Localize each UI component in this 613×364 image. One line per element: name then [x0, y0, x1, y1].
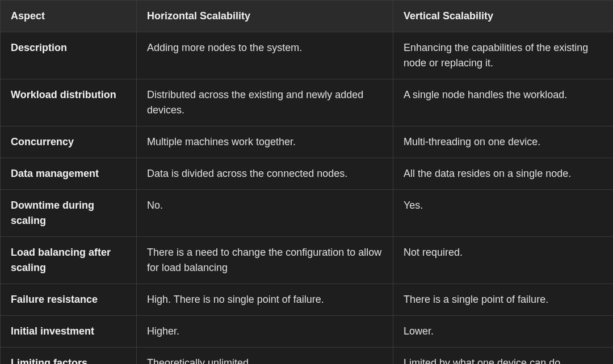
table-row: Failure resistance High. There is no sin… — [1, 284, 614, 316]
table-row: Load balancing after scaling There is a … — [1, 237, 614, 284]
header-horizontal: Horizontal Scalability — [137, 1, 393, 32]
cell-aspect: Data management — [1, 158, 137, 190]
scalability-comparison-table: Aspect Horizontal Scalability Vertical S… — [0, 0, 613, 364]
cell-vertical: Enhancing the capabilities of the existi… — [393, 32, 614, 79]
cell-vertical: Not required. — [393, 237, 614, 284]
table-row: Concurrency Multiple machines work toget… — [1, 126, 614, 158]
table-row: Initial investment Higher. Lower. — [1, 316, 614, 348]
table-header-row: Aspect Horizontal Scalability Vertical S… — [1, 1, 614, 32]
cell-aspect: Workload distribution — [1, 79, 137, 126]
cell-horizontal: There is a need to change the configurat… — [137, 237, 393, 284]
cell-aspect: Load balancing after scaling — [1, 237, 137, 284]
cell-vertical: Yes. — [393, 190, 614, 237]
table-row: Description Adding more nodes to the sys… — [1, 32, 614, 79]
cell-horizontal: Theoretically unlimited. — [137, 348, 393, 365]
cell-aspect: Initial investment — [1, 316, 137, 348]
cell-aspect: Concurrency — [1, 126, 137, 158]
cell-vertical: A single node handles the workload. — [393, 79, 614, 126]
cell-vertical: All the data resides on a single node. — [393, 158, 614, 190]
cell-horizontal: High. There is no single point of failur… — [137, 284, 393, 316]
cell-horizontal: Multiple machines work together. — [137, 126, 393, 158]
cell-aspect: Downtime during scaling — [1, 190, 137, 237]
cell-aspect: Limiting factors — [1, 348, 137, 365]
header-aspect: Aspect — [1, 1, 137, 32]
table-row: Data management Data is divided across t… — [1, 158, 614, 190]
cell-vertical: There is a single point of failure. — [393, 284, 614, 316]
table-row: Limiting factors Theoretically unlimited… — [1, 348, 614, 365]
cell-aspect: Description — [1, 32, 137, 79]
cell-horizontal: Distributed across the existing and newl… — [137, 79, 393, 126]
cell-horizontal: Higher. — [137, 316, 393, 348]
cell-vertical: Multi-threading on one device. — [393, 126, 614, 158]
cell-vertical: Limited by what one device can do. — [393, 348, 614, 365]
table-row: Downtime during scaling No. Yes. — [1, 190, 614, 237]
cell-horizontal: Data is divided across the connected nod… — [137, 158, 393, 190]
cell-horizontal: No. — [137, 190, 393, 237]
table-row: Workload distribution Distributed across… — [1, 79, 614, 126]
header-vertical: Vertical Scalability — [393, 1, 614, 32]
cell-aspect: Failure resistance — [1, 284, 137, 316]
cell-horizontal: Adding more nodes to the system. — [137, 32, 393, 79]
cell-vertical: Lower. — [393, 316, 614, 348]
